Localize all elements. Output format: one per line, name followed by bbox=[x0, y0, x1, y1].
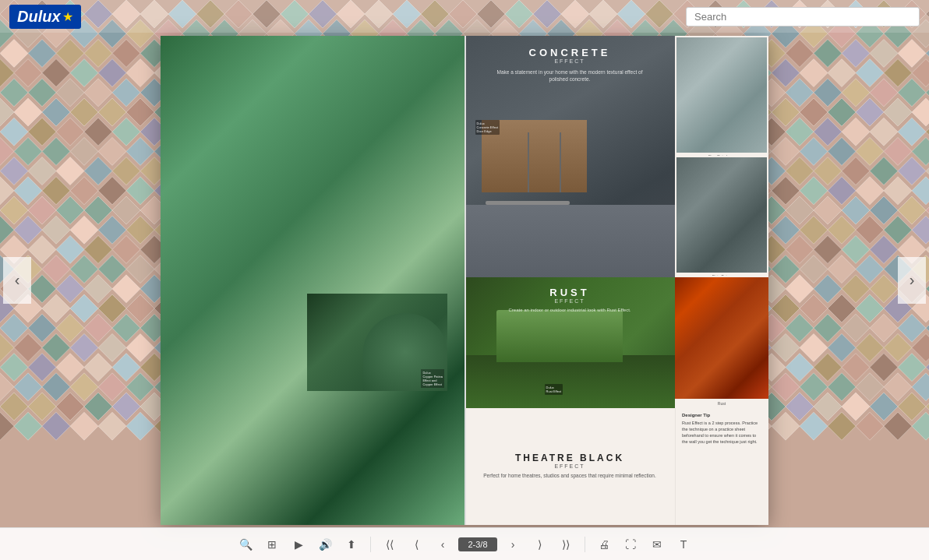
theatre-desc: Perfect for home theatres, studios and s… bbox=[475, 472, 663, 480]
first-page-icon: ⟨⟨ bbox=[386, 538, 394, 551]
right-page-inner: DuluxConcrete EffectDoor Edge CONCRETE E… bbox=[464, 36, 768, 525]
theatre-zone: THEATRE BLACK EFFECT Perfect for home th… bbox=[464, 408, 675, 525]
first-page-button[interactable]: ⟨⟨ bbox=[379, 534, 401, 555]
theatre-sub: EFFECT bbox=[554, 463, 585, 469]
logo: Dulux ★ bbox=[9, 5, 81, 29]
concrete-swatch-2: Dirty Beige bbox=[676, 157, 767, 276]
audio-button[interactable]: 🔊 bbox=[314, 534, 336, 555]
rust-tip-text: Rust Effect is a 2 step process. Practic… bbox=[682, 420, 762, 446]
concrete-zone: DuluxConcrete EffectDoor Edge CONCRETE E… bbox=[464, 36, 675, 277]
concrete-text: CONCRETE EFFECT Make a statement in your… bbox=[464, 47, 675, 84]
fullscreen-icon: ⛶ bbox=[625, 538, 636, 551]
concrete-effect-sub: EFFECT bbox=[464, 58, 675, 64]
audio-icon: 🔊 bbox=[319, 538, 332, 551]
search-input[interactable] bbox=[694, 11, 911, 23]
prev-page-btn[interactable]: ‹ bbox=[432, 534, 454, 555]
prev-page-btn-icon: ‹ bbox=[441, 538, 445, 551]
right-designer-tip: Designer Tip Rust Effect is a 2 step pro… bbox=[675, 408, 768, 525]
fullscreen-button[interactable]: ⛶ bbox=[620, 534, 641, 555]
rust-text: RUST EFFECT Create an indoor or outdoor … bbox=[464, 287, 675, 314]
rust-effect-sub: EFFECT bbox=[464, 298, 675, 304]
text-button[interactable]: T bbox=[673, 534, 694, 555]
prev-page-arrow[interactable]: ‹ bbox=[3, 257, 31, 304]
header: Dulux ★ bbox=[0, 0, 929, 33]
logo-text: Dulux bbox=[17, 8, 61, 26]
prev-spread-button[interactable]: ⟨ bbox=[405, 534, 427, 555]
play-button[interactable]: ▶ bbox=[288, 534, 309, 555]
rust-desc: Create an indoor or outdoor industrial l… bbox=[464, 307, 675, 314]
concrete-swatch-2-label: Dirty Beige bbox=[676, 273, 767, 276]
book-spread: CREATE YOUR DESIGN STATEMENT The Dulux® … bbox=[161, 36, 768, 525]
print-button[interactable]: 🖨 bbox=[593, 534, 615, 555]
last-page-button[interactable]: ⟩⟩ bbox=[555, 534, 577, 555]
search-box[interactable] bbox=[686, 7, 920, 26]
next-page-arrow[interactable]: › bbox=[898, 257, 926, 304]
zoom-in-icon: 🔍 bbox=[239, 538, 253, 551]
logo-star: ★ bbox=[62, 9, 73, 24]
rust-swatch-zone: Rust bbox=[675, 277, 768, 408]
next-page-btn[interactable]: › bbox=[502, 534, 524, 555]
share-icon: ⬆ bbox=[347, 538, 356, 551]
concrete-swatch-2-img bbox=[676, 157, 767, 273]
next-arrow-icon: › bbox=[910, 271, 915, 289]
concrete-swatch-zone: Fine Raindrops Dirty Beige bbox=[675, 36, 768, 277]
share-button[interactable]: ⬆ bbox=[341, 534, 362, 555]
page-indicator: 2-3/8 bbox=[458, 537, 497, 551]
patina-texture-image bbox=[178, 294, 304, 391]
zoom-in-button[interactable]: 🔍 bbox=[235, 534, 256, 555]
rust-tip-title: Designer Tip bbox=[682, 413, 762, 417]
main-content: ‹ CREATE YOUR DESIGN STATEMENT The Dulux… bbox=[0, 33, 929, 527]
left-page: CREATE YOUR DESIGN STATEMENT The Dulux® … bbox=[161, 36, 464, 525]
patina-images: DuluxCopper PatinaEffect andCopper Effec… bbox=[178, 294, 447, 391]
patina-small-label: DuluxCopper PatinaEffect andCopper Effec… bbox=[421, 369, 444, 388]
prev-spread-icon: ⟨ bbox=[415, 538, 419, 551]
concrete-swatch-1-label: Fine Raindrops bbox=[676, 153, 767, 156]
email-button[interactable]: ✉ bbox=[646, 534, 668, 555]
patina-section: COPPER PATINA EFFECT Add over Copper Eff… bbox=[178, 261, 447, 412]
email-icon: ✉ bbox=[652, 538, 662, 551]
concrete-dulux-label: DuluxConcrete EffectDoor Edge bbox=[475, 120, 500, 135]
concrete-title: CONCRETE bbox=[464, 47, 675, 58]
concrete-swatch-1-img bbox=[676, 37, 767, 153]
last-page-icon: ⟩⟩ bbox=[562, 538, 570, 551]
theatre-title: THEATRE BLACK bbox=[515, 453, 624, 463]
rust-dulux-label: DuluxRust Effect bbox=[545, 384, 563, 395]
rust-swatch-img bbox=[675, 277, 768, 399]
grid-icon: ⊞ bbox=[267, 538, 277, 551]
rust-title: RUST bbox=[464, 287, 675, 298]
next-page-btn-icon: › bbox=[511, 538, 515, 551]
toolbar: 🔍 ⊞ ▶ 🔊 ⬆ ⟨⟨ ⟨ ‹ 2-3/8 › ⟩ ⟩⟩ 🖨 ⛶ ✉ T bbox=[0, 527, 929, 560]
patina-plant-image: DuluxCopper PatinaEffect andCopper Effec… bbox=[307, 294, 447, 391]
separator-2 bbox=[585, 537, 585, 552]
print-icon: 🖨 bbox=[599, 538, 609, 551]
next-spread-button[interactable]: ⟩ bbox=[528, 534, 550, 555]
right-page: DuluxConcrete EffectDoor Edge CONCRETE E… bbox=[464, 36, 768, 525]
separator-1 bbox=[370, 537, 371, 552]
play-icon: ▶ bbox=[295, 538, 303, 551]
rust-swatch-label: Rust bbox=[675, 399, 768, 408]
concrete-swatch-1: Fine Raindrops bbox=[676, 37, 767, 156]
next-spread-icon: ⟩ bbox=[538, 538, 542, 551]
grid-button[interactable]: ⊞ bbox=[261, 534, 283, 555]
rust-zone: DuluxRust Effect RUST EFFECT Create an i… bbox=[464, 277, 675, 408]
text-icon: T bbox=[680, 538, 687, 551]
prev-arrow-icon: ‹ bbox=[15, 271, 20, 289]
concrete-desc: Make a statement in your home with the m… bbox=[464, 69, 675, 84]
